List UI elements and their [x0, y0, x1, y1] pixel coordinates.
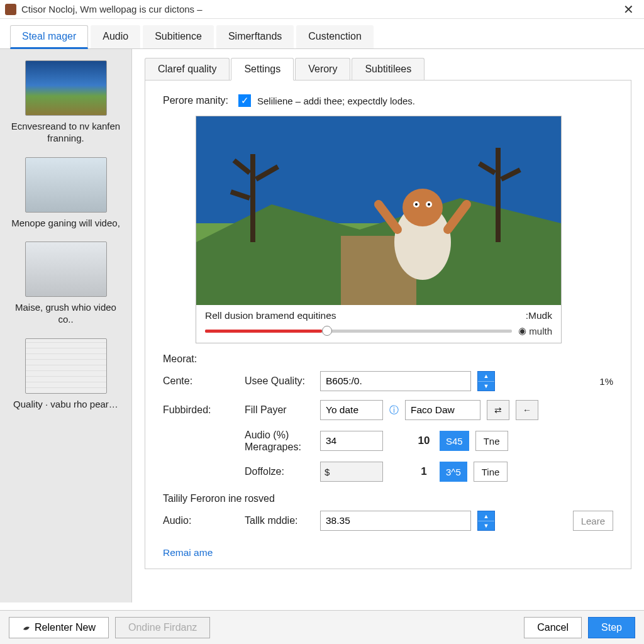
talk-mddie-label: Tallk mddie: [245, 515, 314, 526]
settings-panel: Perore manity: ✓ Seliliene – addi thee; … [145, 80, 631, 569]
target-icon: ◉ [518, 325, 526, 336]
inner-tabstrip: Claref quality Settings Verory Subtitile… [145, 58, 631, 80]
relenter-new-button[interactable]: Relenter New [9, 617, 109, 638]
use-quality-spinner[interactable]: ▲▼ [477, 371, 495, 391]
perore-description: Seliliene – addi thee; expectdly lodes. [257, 96, 415, 106]
tailily-header: Tailily Feroron ine rosved [163, 493, 613, 504]
doffolze-bold: 1 [414, 465, 433, 478]
sidebar-item-1[interactable]: Menope ganing will video, [9, 157, 123, 230]
3-5-button[interactable]: 3^5 [440, 462, 467, 482]
preview-box: Rell dusion bramend equitines :Mudk ◉mul… [196, 116, 562, 343]
talk-mddie-spinner[interactable]: ▲▼ [477, 511, 495, 531]
doffolze-label: Doffolze: [245, 466, 314, 477]
main-panel: Claref quality Settings Verory Subtitile… [132, 49, 644, 602]
tab-simerftands[interactable]: Simerftands [216, 25, 294, 48]
svg-point-8 [415, 203, 418, 206]
preview-slider[interactable] [205, 330, 512, 333]
bird-icon [22, 623, 31, 632]
footer: Relenter New Ondine Firdanz Cancel Step [0, 610, 644, 644]
doffolze-input[interactable] [330, 463, 367, 480]
tab-subitience[interactable]: Subitience [143, 25, 214, 48]
close-icon[interactable]: ✕ [618, 2, 639, 17]
thumbnail [25, 242, 107, 297]
fill-payer-label: Fill Payer [245, 404, 314, 416]
window-title: Ctisor Nocloj, Wm wellopag is cur dicton… [21, 4, 618, 14]
mudk-label: :Mudk [526, 310, 552, 321]
thumbnail [25, 338, 107, 394]
tab-audio[interactable]: Audio [91, 25, 140, 48]
info-icon[interactable]: ⓘ [389, 404, 399, 416]
preview-image [196, 116, 561, 305]
titlebar: Ctisor Nocloj, Wm wellopag is cur dicton… [0, 0, 644, 19]
thumbnail [25, 60, 107, 116]
slider-thumb[interactable] [322, 326, 332, 336]
yo-date-input[interactable] [320, 400, 383, 420]
use-quality-suffix: 1% [599, 376, 613, 387]
outer-tabstrip: Steal mager Audio Subitience Simerftands… [0, 19, 644, 49]
thumbnail [25, 157, 107, 213]
perore-checkbox[interactable]: ✓ [238, 94, 251, 107]
thumbnail-label: Menope ganing will video, [9, 218, 123, 230]
perore-label: Perore manity: [163, 95, 232, 106]
swap-icon: ⇄ [494, 405, 502, 415]
audio-value-input[interactable] [320, 431, 383, 451]
cancel-button[interactable]: Cancel [524, 617, 582, 638]
audio-bold: 10 [414, 435, 433, 447]
check-icon: ✓ [241, 95, 249, 106]
thumbnail-label: Quality · vabu rho pear… [9, 399, 123, 411]
tab-verory[interactable]: Verory [295, 58, 350, 80]
talk-mddie-input[interactable] [320, 511, 471, 531]
tab-settings[interactable]: Settings [231, 58, 294, 80]
arrow-left-icon: ← [523, 405, 531, 415]
use-quality-input[interactable] [320, 371, 471, 391]
tab-steal-mager[interactable]: Steal mager [10, 25, 88, 49]
swap-button[interactable]: ⇄ [487, 400, 509, 420]
tine-button[interactable]: Tine [474, 462, 508, 482]
cente-label: Cente: [163, 375, 238, 387]
sidebar-item-0[interactable]: Ecnvesreand to nv kanfen franning. [9, 60, 123, 145]
sidebar: Ecnvesreand to nv kanfen franning. Menop… [0, 49, 132, 602]
tne-button[interactable]: Tne [475, 431, 508, 451]
sidebar-item-2[interactable]: Maise, grush whio video co.. [9, 242, 123, 326]
app-icon [5, 4, 16, 15]
s45-button[interactable]: S45 [440, 431, 469, 451]
fubbirded-label: Fubbirded: [163, 404, 238, 416]
preview-caption: Rell dusion bramend equitines [205, 310, 336, 321]
tab-claref-quality[interactable]: Claref quality [145, 58, 230, 80]
use-quality-label: Usee Quality: [245, 375, 314, 387]
thumbnail-label: Maise, grush whio video co.. [9, 302, 123, 326]
mulith-label: multh [529, 326, 552, 336]
remai-link[interactable]: Remai ame [163, 547, 213, 558]
tab-subtitilees[interactable]: Subtitilees [352, 58, 425, 80]
thumbnail-label: Ecnvesreand to nv kanfen franning. [9, 121, 123, 145]
back-button[interactable]: ← [516, 400, 538, 420]
doffolze-prefix: $ [325, 467, 330, 477]
audio-merag-label: Audio (%)Meragrapes: [245, 429, 314, 453]
sidebar-item-3[interactable]: Quality · vabu rho pear… [9, 338, 123, 411]
svg-point-5 [402, 189, 443, 226]
audio-section-label: Audio: [163, 515, 238, 526]
online-firdanz-button: Ondine Firdanz [115, 617, 210, 638]
step-button[interactable]: Step [588, 617, 635, 638]
tab-custenction[interactable]: Custenction [296, 25, 374, 48]
leare-button[interactable]: Leare [573, 511, 613, 531]
faco-daw-input[interactable] [405, 400, 480, 420]
svg-point-9 [428, 203, 430, 206]
meorat-header: Meorat: [163, 353, 613, 365]
